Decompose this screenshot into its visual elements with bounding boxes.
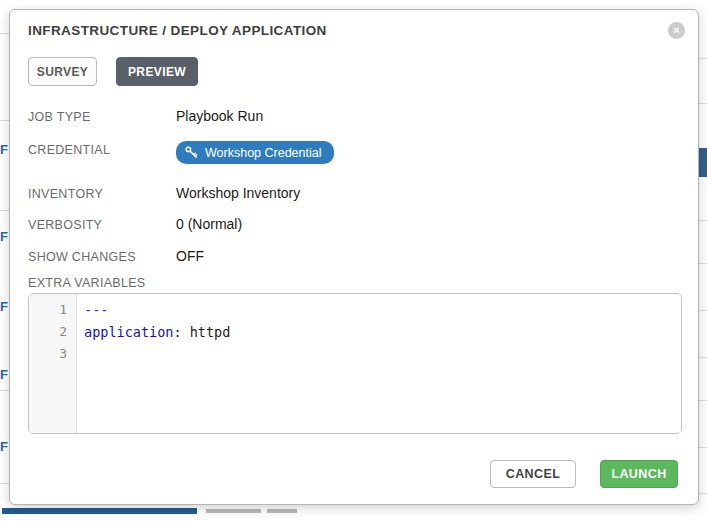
- background-row-divider: [699, 103, 707, 104]
- close-icon[interactable]: ×: [668, 22, 685, 39]
- deploy-application-screen: F F F F F INFRASTRUCTURE / DEPLOY APPLIC…: [0, 0, 707, 521]
- yaml-key: application: [84, 324, 173, 340]
- background-row-divider: [0, 483, 9, 484]
- background-text-fragment: [206, 509, 261, 513]
- background-row-divider: [699, 493, 707, 494]
- inventory-label: INVENTORY: [28, 187, 103, 201]
- extra-variables-label: EXTRA VARIABLES: [28, 276, 146, 290]
- cancel-button[interactable]: CANCEL: [490, 460, 576, 488]
- background-row-divider: [0, 210, 9, 211]
- yaml-separator: :: [173, 324, 181, 340]
- background-text-fragment: F: [0, 300, 9, 314]
- background-row-divider: [0, 390, 9, 391]
- background-row-divider: [699, 310, 707, 311]
- credential-badge-label: Workshop Credential: [205, 146, 322, 160]
- empty-code-line: [84, 343, 681, 365]
- key-icon: [185, 146, 198, 159]
- editor-gutter: 1 2 3: [29, 294, 77, 433]
- background-text-fragment: F: [0, 143, 9, 157]
- show-changes-value: OFF: [176, 248, 204, 264]
- line-number: 1: [29, 299, 67, 321]
- background-row-divider: [699, 58, 707, 59]
- yaml-value: httpd: [182, 324, 231, 340]
- background-row-divider: [699, 400, 707, 401]
- background-row-divider: [0, 120, 9, 121]
- modal-title: INFRASTRUCTURE / DEPLOY APPLICATION: [28, 23, 327, 38]
- job-type-label: JOB TYPE: [28, 110, 91, 124]
- inventory-value: Workshop Inventory: [176, 185, 300, 201]
- background-text-fragment: F: [0, 230, 9, 244]
- line-number: 3: [29, 343, 67, 365]
- tab-survey[interactable]: SURVEY: [28, 57, 97, 86]
- background-row-divider: [699, 263, 707, 264]
- credential-label: CREDENTIAL: [28, 143, 110, 157]
- line-number: 2: [29, 321, 67, 343]
- verbosity-value: 0 (Normal): [176, 216, 242, 232]
- job-type-value: Playbook Run: [176, 108, 263, 124]
- tab-preview[interactable]: PREVIEW: [116, 57, 198, 86]
- background-text-fragment: F: [0, 368, 9, 382]
- background-row-divider: [699, 447, 707, 448]
- background-text-fragment: F: [0, 440, 9, 454]
- background-selected-row-fragment: [699, 148, 707, 177]
- background-text-fragment: [267, 509, 297, 513]
- background-row-divider: [0, 33, 9, 34]
- editor-code-area[interactable]: --- application: httpd: [77, 294, 681, 433]
- background-text-fragment: [2, 508, 197, 514]
- deploy-application-modal: INFRASTRUCTURE / DEPLOY APPLICATION × SU…: [9, 9, 699, 505]
- background-row-divider: [699, 357, 707, 358]
- verbosity-label: VERBOSITY: [28, 218, 102, 232]
- background-row-divider: [699, 220, 707, 221]
- show-changes-label: SHOW CHANGES: [28, 250, 136, 264]
- credential-badge[interactable]: Workshop Credential: [176, 141, 334, 164]
- extra-variables-editor[interactable]: 1 2 3 --- application: httpd: [28, 293, 682, 434]
- launch-button[interactable]: LAUNCH: [600, 460, 678, 488]
- yaml-doc-marker: ---: [84, 302, 108, 318]
